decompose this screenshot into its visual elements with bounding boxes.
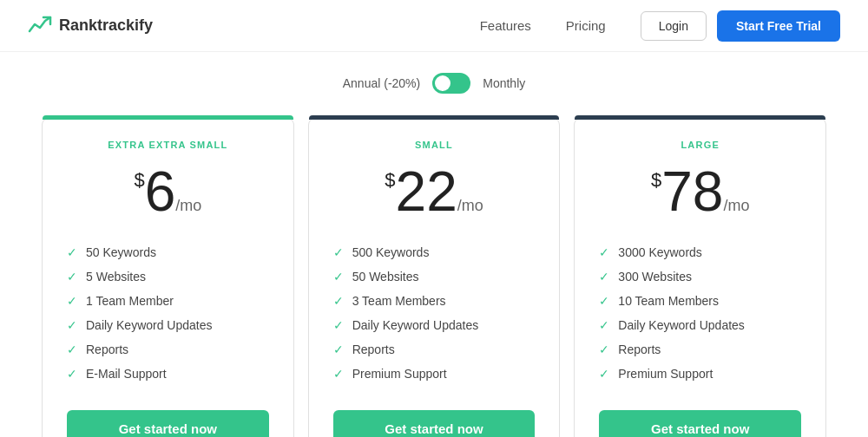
price-symbol: $: [385, 171, 395, 190]
feature-text: 500 Keywords: [352, 245, 430, 259]
check-icon: ✓: [599, 367, 609, 381]
check-icon: ✓: [67, 367, 77, 381]
feature-item: ✓50 Websites: [333, 264, 536, 289]
feature-text: 3000 Keywords: [618, 245, 702, 259]
check-icon: ✓: [67, 245, 77, 259]
get-started-button[interactable]: Get started now: [333, 410, 536, 437]
feature-item: ✓Premium Support: [599, 362, 801, 386]
price-symbol: $: [651, 171, 661, 190]
feature-item: ✓1 Team Member: [67, 289, 269, 313]
check-icon: ✓: [599, 270, 609, 284]
check-icon: ✓: [333, 342, 344, 356]
feature-text: Reports: [618, 342, 661, 356]
feature-text: 1 Team Member: [86, 294, 174, 308]
login-button[interactable]: Login: [641, 11, 707, 41]
card-top-bar: [309, 115, 560, 120]
nav-pricing[interactable]: Pricing: [566, 18, 606, 33]
plan-card-large: LARGE $78/mo ✓3000 Keywords✓300 Websites…: [574, 118, 826, 437]
price-amount: 6: [145, 160, 176, 223]
header: Ranktrackify Features Pricing Login Star…: [0, 0, 868, 52]
feature-item: ✓500 Keywords: [333, 240, 536, 264]
feature-text: Premium Support: [618, 367, 713, 381]
feature-text: Daily Keyword Updates: [86, 318, 213, 332]
plan-price: $6/mo: [67, 164, 269, 219]
check-icon: ✓: [333, 270, 344, 284]
plan-name: EXTRA EXTRA SMALL: [67, 140, 269, 150]
price-period: /mo: [723, 197, 749, 214]
check-icon: ✓: [333, 367, 344, 381]
feature-text: Daily Keyword Updates: [618, 318, 745, 332]
feature-item: ✓50 Keywords: [67, 240, 269, 264]
check-icon: ✓: [333, 294, 344, 308]
feature-item: ✓3000 Keywords: [599, 240, 801, 264]
check-icon: ✓: [599, 245, 609, 259]
plan-name: LARGE: [599, 140, 801, 150]
feature-text: 10 Team Members: [618, 294, 719, 308]
price-period: /mo: [175, 197, 201, 214]
feature-item: ✓E-Mail Support: [67, 362, 269, 386]
price-amount: 22: [396, 160, 457, 223]
pricing-cards: EXTRA EXTRA SMALL $6/mo ✓50 Keywords✓5 W…: [0, 108, 868, 437]
feature-item: ✓Daily Keyword Updates: [67, 313, 269, 337]
card-top-bar: [43, 115, 293, 120]
feature-item: ✓Daily Keyword Updates: [599, 313, 801, 337]
monthly-label: Monthly: [483, 76, 525, 90]
logo-area: Ranktrackify: [28, 14, 153, 38]
feature-item: ✓300 Websites: [599, 264, 801, 289]
start-trial-button[interactable]: Start Free Trial: [717, 10, 840, 42]
features-list: ✓500 Keywords✓50 Websites✓3 Team Members…: [333, 240, 536, 386]
check-icon: ✓: [599, 318, 609, 332]
features-list: ✓3000 Keywords✓300 Websites✓10 Team Memb…: [599, 240, 801, 386]
check-icon: ✓: [333, 245, 344, 259]
plan-price: $78/mo: [599, 164, 801, 219]
feature-text: Reports: [352, 342, 395, 356]
feature-item: ✓Daily Keyword Updates: [333, 313, 536, 337]
billing-toggle[interactable]: [432, 73, 470, 94]
price-period: /mo: [457, 197, 483, 214]
check-icon: ✓: [67, 294, 77, 308]
get-started-button[interactable]: Get started now: [599, 410, 801, 437]
feature-item: ✓Premium Support: [333, 362, 536, 386]
plan-card-small: SMALL $22/mo ✓500 Keywords✓50 Websites✓3…: [308, 118, 561, 437]
feature-item: ✓Reports: [333, 337, 536, 362]
logo-icon: [28, 14, 52, 38]
toggle-knob: [435, 75, 450, 91]
feature-text: 50 Keywords: [86, 245, 156, 259]
feature-text: 3 Team Members: [352, 294, 446, 308]
price-amount: 78: [661, 160, 723, 223]
feature-item: ✓Reports: [67, 337, 269, 362]
card-top-bar: [575, 115, 825, 120]
feature-text: 5 Websites: [86, 270, 146, 284]
feature-text: 300 Websites: [618, 270, 692, 284]
feature-text: 50 Websites: [352, 270, 419, 284]
feature-text: Daily Keyword Updates: [352, 318, 479, 332]
check-icon: ✓: [333, 318, 344, 332]
feature-text: E-Mail Support: [86, 367, 167, 381]
feature-item: ✓10 Team Members: [599, 289, 801, 313]
feature-item: ✓3 Team Members: [333, 289, 536, 313]
logo-text: Ranktrackify: [59, 16, 153, 35]
check-icon: ✓: [599, 342, 609, 356]
billing-toggle-section: Annual (-20%) Monthly: [0, 52, 868, 108]
check-icon: ✓: [67, 342, 77, 356]
price-symbol: $: [134, 171, 144, 190]
plan-price: $22/mo: [333, 164, 536, 219]
check-icon: ✓: [599, 294, 609, 308]
features-list: ✓50 Keywords✓5 Websites✓1 Team Member✓Da…: [67, 240, 269, 386]
main-nav: Features Pricing: [480, 18, 606, 33]
get-started-button[interactable]: Get started now: [67, 410, 269, 437]
annual-label: Annual (-20%): [343, 76, 421, 90]
feature-item: ✓Reports: [599, 337, 801, 362]
feature-text: Reports: [86, 342, 128, 356]
feature-text: Premium Support: [352, 367, 447, 381]
plan-card-xxs: EXTRA EXTRA SMALL $6/mo ✓50 Keywords✓5 W…: [42, 118, 294, 437]
nav-features[interactable]: Features: [480, 18, 531, 33]
feature-item: ✓5 Websites: [67, 264, 269, 289]
plan-name: SMALL: [333, 140, 536, 150]
check-icon: ✓: [67, 270, 77, 284]
check-icon: ✓: [67, 318, 77, 332]
